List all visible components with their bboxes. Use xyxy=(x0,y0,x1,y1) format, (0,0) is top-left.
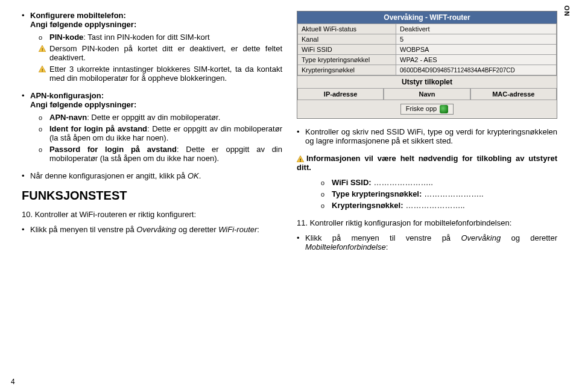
bullet-icon xyxy=(22,171,30,180)
step-10-sub: Klikk på menyen til venstre på Overvåkin… xyxy=(22,225,282,234)
right-column: Overvåking - WIFT-router Aktuell WiFi-st… xyxy=(297,11,557,260)
warning-icon: ! xyxy=(39,65,49,83)
router-section-header: Utstyr tilkoplet xyxy=(297,75,557,88)
refresh-icon xyxy=(440,105,448,113)
warning-icon: ! xyxy=(39,44,49,62)
router-table: Aktuell WiFi-statusDeaktivert Kanal5 WiF… xyxy=(297,24,557,75)
table-row: Krypteringsnøkkel0600DB4D9D948571124834A… xyxy=(298,65,557,75)
step-11: 11. Kontroller riktig konfigurasjon for … xyxy=(297,218,557,227)
circle-icon xyxy=(321,189,332,198)
bullet-icon xyxy=(297,127,305,145)
ident-line: Ident for login på avstand: Dette er opp… xyxy=(49,124,282,142)
section-configure-phone: Konfigurere mobiltelefon: Angi følgende … xyxy=(22,11,282,83)
circle-icon xyxy=(39,33,49,42)
right-b1-text: Kontroller og skriv ned SSID WiFi, type … xyxy=(305,127,557,145)
step11-sub-line: Klikk på menyen til venstre på Overvåkin… xyxy=(305,233,557,251)
step-10: 10. Kontroller at WiFi-routeren er rikti… xyxy=(22,210,282,219)
router-columns: IP-adresse Navn MAC-adresse xyxy=(297,88,557,100)
right-bullet-1: Kontroller og skriv ned SSID WiFi, type … xyxy=(297,127,557,145)
page-number: 4 xyxy=(11,378,15,386)
fill-keytype: Type krypteringsnøkkel:………………….. xyxy=(332,189,557,198)
circle-icon xyxy=(39,113,49,122)
done-line: Når denne konfigurasjonen er angitt, kli… xyxy=(30,171,282,180)
bullet-icon xyxy=(22,91,30,109)
password-line: Passord for login på avstand: Dette er o… xyxy=(49,145,282,163)
circle-icon xyxy=(321,201,332,210)
router-title: Overvåking - WIFT-router xyxy=(297,11,557,24)
router-panel: Overvåking - WIFT-router Aktuell WiFi-st… xyxy=(297,11,557,119)
table-row: WiFi SSIDWOBPSA xyxy=(298,45,557,55)
sec1-title: Konfigurere mobiltelefon: xyxy=(30,11,126,20)
sec1-sub: Angi følgende opplysninger: xyxy=(30,20,136,29)
svg-text:!: ! xyxy=(300,157,302,163)
section-done: Når denne konfigurasjonen er angitt, kli… xyxy=(22,171,282,180)
circle-icon xyxy=(39,145,49,163)
sec2-sub: Angi følgende opplysninger: xyxy=(30,100,136,109)
table-row: Type krypteringsnøkkelWPA2 - AES xyxy=(298,55,557,65)
warn2: Etter 3 ukorrekte inntastinger blokkeres… xyxy=(49,65,282,83)
left-column: Konfigurere mobiltelefon: Angi følgende … xyxy=(22,11,282,260)
bullet-icon xyxy=(297,233,305,251)
pin-line: PIN-kode: Tast inn PIN-koden for ditt SI… xyxy=(49,33,282,42)
right-warning: !Informasjonen vil være helt nødvendig f… xyxy=(297,154,557,172)
heading-funksjonstest: FUNKSJONSTEST xyxy=(22,189,282,203)
apn-name-line: APN-navn: Dette er oppgitt av din mobilo… xyxy=(49,113,282,122)
col-mac: MAC-adresse xyxy=(470,88,557,100)
fill-ssid: WiFi SSID:………………….. xyxy=(332,178,557,187)
circle-icon xyxy=(39,124,49,142)
step-11-sub: Klikk på menyen til venstre på Overvåkin… xyxy=(297,233,557,251)
step10-sub-line: Klikk på menyen til venstre på Overvåkin… xyxy=(30,225,282,234)
table-row: Kanal5 xyxy=(298,34,557,45)
language-tab: NO xyxy=(563,5,571,16)
svg-text:!: ! xyxy=(42,47,43,52)
col-ip: IP-adresse xyxy=(297,88,384,100)
col-name: Navn xyxy=(384,88,470,100)
svg-text:!: ! xyxy=(42,68,43,73)
refresh-button[interactable]: Friske opp xyxy=(400,104,454,115)
sec2-title: APN-konfigurasjon: xyxy=(30,91,104,100)
warning-icon: ! xyxy=(297,154,306,163)
warn1: Dersom PIN-koden på kortet ditt er deakt… xyxy=(49,44,282,62)
bullet-icon xyxy=(22,11,30,29)
circle-icon xyxy=(321,178,332,187)
bullet-icon xyxy=(22,225,30,234)
section-apn: APN-konfigurasjon: Angi følgende opplysn… xyxy=(22,91,282,163)
page-body: Konfigurere mobiltelefon: Angi følgende … xyxy=(0,0,579,260)
table-row: Aktuell WiFi-statusDeaktivert xyxy=(298,24,557,34)
fill-key: Krypteringsnøkkel:………………….. xyxy=(332,201,557,210)
